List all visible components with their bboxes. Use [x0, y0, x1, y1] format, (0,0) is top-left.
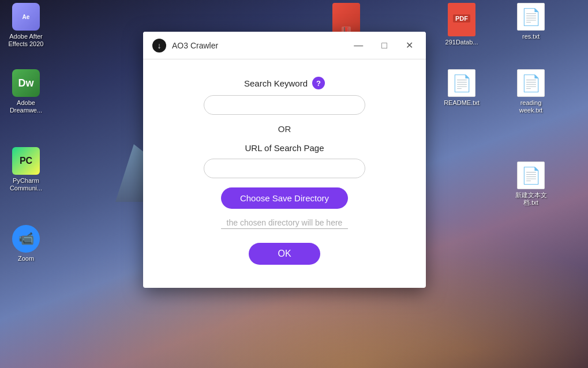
readme-icon-img: 📄: [448, 69, 475, 97]
desktop-icon-readme[interactable]: 📄 README.txt: [439, 69, 485, 107]
readingweek-icon-label: readingweek.txt: [519, 99, 542, 114]
dw-icon-img: Dw: [12, 69, 40, 97]
ae-icon-img: Ae: [12, 3, 40, 31]
zoom-icon-label: Zoom: [18, 255, 34, 262]
desktop-icon-newfile[interactable]: 📄 新建文本文档.txt: [508, 162, 554, 206]
help-icon[interactable]: ?: [312, 77, 325, 89]
desktop-icon-dw[interactable]: Dw AdobeDreamwe...: [3, 69, 49, 114]
or-divider: OR: [278, 124, 291, 134]
minimize-button[interactable]: —: [350, 40, 366, 51]
choose-save-directory-button[interactable]: Choose Save Directory: [221, 187, 348, 209]
desktop-icon-ae[interactable]: Ae Adobe AfterEffects 2020: [3, 3, 49, 48]
maximize-button[interactable]: □: [378, 40, 391, 51]
pc-icon-label: PyCharmCommuni...: [10, 177, 42, 192]
search-keyword-label-row: Search Keyword ?: [244, 77, 325, 89]
ok-button[interactable]: OK: [249, 243, 320, 265]
window-title: AO3 Crawler: [172, 41, 350, 50]
ao3-crawler-window: AO3 Crawler — □ ✕ Search Keyword ? OR UR…: [143, 32, 426, 288]
desktop-icon-pdf[interactable]: PDF 291Datab...: [439, 3, 485, 46]
window-controls: — □ ✕: [350, 40, 417, 51]
url-input[interactable]: [204, 159, 365, 178]
url-label: URL of Search Page: [245, 143, 324, 153]
readingweek-icon-img: 📄: [517, 69, 545, 97]
newfile-icon-label: 新建文本文档.txt: [515, 191, 547, 206]
window-titlebar: AO3 Crawler — □ ✕: [143, 32, 426, 59]
desktop-icon-pc[interactable]: PC PyCharmCommuni...: [3, 147, 49, 192]
res-icon-label: res.txt: [522, 33, 540, 40]
desktop-icon-readingweek[interactable]: 📄 readingweek.txt: [508, 69, 554, 114]
directory-placeholder: the chosen directory will be here: [221, 218, 348, 229]
pdf-icon-img: PDF: [448, 3, 475, 36]
res-icon-img: 📄: [517, 3, 545, 31]
zoom-icon-img: 📹: [12, 225, 40, 253]
newfile-icon-img: 📄: [517, 162, 545, 189]
pdf-icon-label: 291Datab...: [445, 39, 478, 46]
ae-icon-label: Adobe AfterEffects 2020: [9, 33, 44, 48]
window-content: Search Keyword ? OR URL of Search Page C…: [143, 59, 426, 288]
download-icon: [152, 39, 166, 52]
desktop-icon-zoom[interactable]: 📹 Zoom: [3, 225, 49, 262]
dw-icon-label: AdobeDreamwe...: [10, 99, 42, 114]
desktop-icon-res[interactable]: 📄 res.txt: [508, 3, 554, 40]
search-keyword-group: Search Keyword ?: [166, 77, 403, 115]
url-group: URL of Search Page: [166, 143, 403, 178]
pc-icon-img: PC: [12, 147, 40, 175]
close-button[interactable]: ✕: [402, 40, 417, 51]
search-input[interactable]: [204, 95, 365, 115]
readme-icon-label: README.txt: [444, 99, 480, 107]
search-keyword-label: Search Keyword: [244, 78, 308, 88]
